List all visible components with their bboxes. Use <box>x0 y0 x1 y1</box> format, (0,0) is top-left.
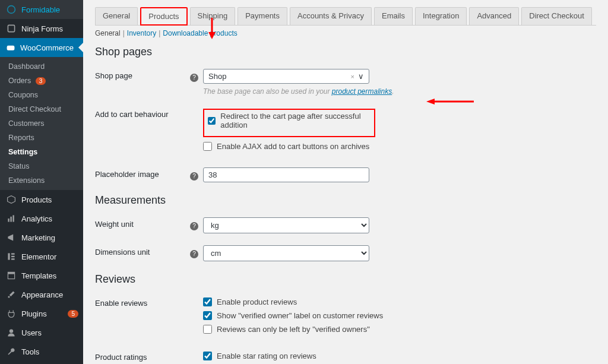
shop-page-label: Shop page <box>95 69 190 80</box>
subtab-downloadable[interactable]: Downloadable products <box>163 29 237 37</box>
form-icon <box>6 23 17 34</box>
templates-icon <box>6 270 17 281</box>
submenu-extensions[interactable]: Extensions <box>0 173 83 188</box>
tab-accounts[interactable]: Accounts & Privacy <box>290 7 372 25</box>
shop-page-select[interactable]: Shop ×∨ <box>203 69 369 84</box>
megaphone-icon <box>6 232 17 243</box>
tab-emails[interactable]: Emails <box>374 7 413 25</box>
product-subtabs: General|Inventory|Downloadable products <box>95 29 596 37</box>
tab-directcheckout[interactable]: Direct Checkout <box>521 7 591 25</box>
submenu-orders[interactable]: Orders 3 <box>0 74 83 88</box>
placeholder-image-input[interactable] <box>203 167 369 182</box>
redirect-cart-checkbox[interactable] <box>208 116 216 125</box>
sidebar-item-woocommerce[interactable]: WooCommerce <box>0 38 83 57</box>
wrench-icon <box>6 346 17 357</box>
annotation-arrow-down <box>206 18 218 39</box>
svg-marker-25 <box>426 99 435 105</box>
sidebar-item-marketing[interactable]: Marketing <box>0 228 83 247</box>
sidebar-item-analytics[interactable]: Analytics <box>0 209 83 228</box>
svg-rect-8 <box>11 256 15 257</box>
active-pointer-icon <box>78 43 83 52</box>
sidebar-item-templates[interactable]: Templates <box>0 266 83 285</box>
chart-icon <box>6 213 17 224</box>
verified-label-checkbox[interactable] <box>203 311 212 320</box>
subtab-general[interactable]: General <box>95 29 121 37</box>
enable-reviews-checkbox[interactable] <box>203 297 212 306</box>
dimensions-unit-select[interactable]: cm <box>203 245 369 261</box>
svg-rect-7 <box>11 253 15 254</box>
woo-icon <box>6 42 15 53</box>
verified-only-checkbox[interactable] <box>203 325 212 334</box>
ajax-cart-checkbox[interactable] <box>203 142 212 151</box>
clear-icon[interactable]: × <box>351 73 354 80</box>
svg-point-0 <box>8 6 15 14</box>
star-rating-checkbox[interactable] <box>203 352 212 360</box>
dimensions-unit-label: Dimensions unit <box>95 245 190 257</box>
svg-rect-1 <box>8 25 14 31</box>
tab-products[interactable]: Products <box>140 7 187 26</box>
sidebar-item-products[interactable]: Products <box>0 190 83 209</box>
woo-submenu: Dashboard Orders 3 Coupons Direct Checko… <box>0 57 83 190</box>
subtab-inventory[interactable]: Inventory <box>127 29 156 37</box>
main-content: General Products Shipping Payments Accou… <box>83 0 608 364</box>
svg-rect-9 <box>11 258 15 259</box>
sidebar-item-ninjaforms[interactable]: Ninja Forms <box>0 19 83 38</box>
submenu-directcheckout[interactable]: Direct Checkout <box>0 102 83 116</box>
help-icon[interactable]: ? <box>190 250 198 258</box>
section-shop-pages: Shop pages <box>95 46 596 58</box>
plugins-badge: 5 <box>68 310 78 318</box>
svg-rect-11 <box>8 272 14 274</box>
chevron-down-icon: ∨ <box>358 72 364 81</box>
sidebar-item-settings[interactable]: Settings <box>0 361 83 364</box>
submenu-settings[interactable]: Settings <box>0 145 83 159</box>
weight-unit-select[interactable]: kg <box>203 217 369 233</box>
user-icon <box>6 327 17 338</box>
svg-point-12 <box>8 296 10 297</box>
submenu-coupons[interactable]: Coupons <box>0 88 83 102</box>
settings-tabs: General Products Shipping Payments Accou… <box>95 7 596 26</box>
svg-rect-6 <box>8 253 10 259</box>
product-ratings-label: Product ratings <box>95 350 190 362</box>
elementor-icon <box>6 251 17 262</box>
tab-general[interactable]: General <box>95 7 138 25</box>
svg-rect-5 <box>12 215 14 221</box>
svg-point-13 <box>10 329 13 333</box>
tab-advanced[interactable]: Advanced <box>469 7 519 25</box>
sidebar-item-tools[interactable]: Tools <box>0 342 83 361</box>
svg-rect-2 <box>7 46 15 50</box>
submenu-customers[interactable]: Customers <box>0 116 83 131</box>
form-icon <box>6 4 17 15</box>
sidebar-item-formidable[interactable]: Formidable <box>0 0 83 19</box>
cart-behaviour-label: Add to cart behaviour <box>95 107 190 119</box>
tab-integration[interactable]: Integration <box>415 7 467 25</box>
sidebar-item-users[interactable]: Users <box>0 323 83 342</box>
orders-badge: 3 <box>36 77 46 85</box>
brush-icon <box>6 289 17 300</box>
help-icon[interactable]: ? <box>190 172 198 181</box>
permalinks-link[interactable]: product permalinks <box>332 87 392 96</box>
shop-page-desc: The base page can also be used in your p… <box>203 87 394 96</box>
submenu-reports[interactable]: Reports <box>0 131 83 145</box>
sidebar-item-elementor[interactable]: Elementor <box>0 247 83 266</box>
svg-rect-3 <box>8 219 9 222</box>
submenu-dashboard[interactable]: Dashboard <box>0 59 83 74</box>
sidebar-item-appearance[interactable]: Appearance <box>0 285 83 304</box>
section-reviews: Reviews <box>95 273 596 286</box>
weight-unit-label: Weight unit <box>95 217 190 229</box>
admin-sidebar: Formidable Ninja Forms WooCommerce Dashb… <box>0 0 83 364</box>
plug-icon <box>6 308 17 319</box>
annotation-arrow-left <box>426 97 474 106</box>
svg-rect-4 <box>10 217 11 222</box>
tab-payments[interactable]: Payments <box>238 7 287 25</box>
help-icon[interactable]: ? <box>190 74 198 82</box>
placeholder-image-label: Placeholder image <box>95 167 190 179</box>
enable-reviews-label: Enable reviews <box>95 296 190 308</box>
submenu-status[interactable]: Status <box>0 159 83 173</box>
help-icon[interactable]: ? <box>190 222 198 230</box>
section-measurements: Measurements <box>95 194 596 207</box>
sidebar-item-plugins[interactable]: Plugins5 <box>0 304 83 323</box>
svg-marker-23 <box>208 32 216 39</box>
package-icon <box>6 194 17 205</box>
